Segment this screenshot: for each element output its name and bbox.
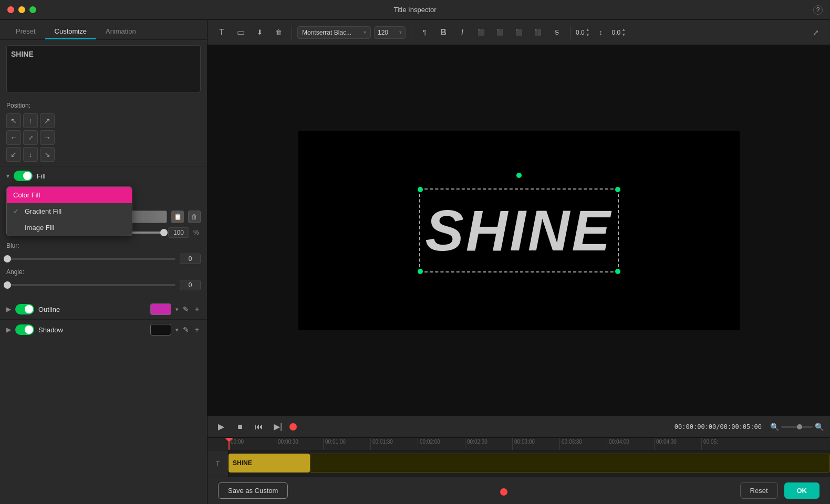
fill-chevron-icon[interactable]: ▾ <box>6 172 9 180</box>
ruler-mark-9: 00:04:30 <box>654 438 701 450</box>
zoom-in-icon[interactable]: 🔍 <box>815 423 824 431</box>
play-button[interactable]: ▶ <box>214 419 229 434</box>
close-button[interactable] <box>7 6 14 13</box>
angle-value[interactable]: 0 <box>180 280 201 290</box>
font-size-selector[interactable]: 120 ▾ <box>374 26 406 39</box>
pos-bot-left[interactable]: ↙ <box>6 147 21 162</box>
track-clip-long[interactable] <box>310 454 830 472</box>
ruler-mark-10: 00:05: <box>701 438 749 450</box>
pos-mid-center[interactable]: ⤢ <box>23 130 38 145</box>
track-clip[interactable]: SHINE <box>229 454 310 472</box>
dropdown-item-gradient-fill[interactable]: ✓ Gradient Fill <box>7 203 132 219</box>
shadow-toggle[interactable] <box>15 324 34 335</box>
stop-button[interactable]: ■ <box>233 419 247 434</box>
outline-add-button[interactable]: ＋ <box>193 304 201 314</box>
record-button[interactable] <box>289 423 297 430</box>
align-left-button[interactable]: ⬛ <box>473 25 489 40</box>
reset-button[interactable]: Reset <box>740 482 778 499</box>
fill-toggle[interactable] <box>14 171 33 181</box>
zoom-slider[interactable] <box>781 426 813 428</box>
pos-bot-right[interactable]: ↘ <box>40 147 55 162</box>
tab-preset[interactable]: Preset <box>6 24 45 39</box>
pos-top-right[interactable]: ↗ <box>40 113 55 128</box>
outline-color-swatch[interactable] <box>150 303 171 315</box>
tracking-down-icon[interactable]: ▼ <box>586 33 590 37</box>
align-right-button[interactable]: ⬛ <box>511 25 527 40</box>
dropdown-item-color-fill[interactable]: Color Fill <box>7 187 132 203</box>
panel-scroll: SHINE Position: ↖ ↑ ↗ ← ⤢ → ↙ ↓ ↘ <box>0 40 207 504</box>
delete-button[interactable]: 🗑 <box>271 25 286 40</box>
text-preview-area: SHINE <box>6 45 201 92</box>
fill-section: ▾ Fill Color Fill ✓ Gradient Fill <box>0 166 207 299</box>
right-area: T ▭ ⬇ 🗑 Montserrat Blac... ▾ 120 ▾ ¶ B I… <box>208 20 830 504</box>
timeline-controls: ▶ ■ ⏮ ▶| 00:00:00:00/00:00:05:00 🔍 🔍 <box>208 416 830 438</box>
line-height-up-icon[interactable]: ▲ <box>621 27 626 32</box>
handle-br[interactable] <box>615 269 620 274</box>
font-selector[interactable]: Montserrat Blac... ▾ <box>297 26 371 39</box>
line-height-spinner[interactable]: ▲ ▼ <box>621 27 626 37</box>
paragraph-left-button[interactable]: ¶ <box>417 25 432 40</box>
shadow-eyedropper-button[interactable]: ✎ <box>183 326 189 334</box>
toolbar-divider-1 <box>292 26 292 39</box>
maximize-button[interactable] <box>29 6 36 13</box>
handle-bl[interactable] <box>418 269 423 274</box>
fill-header: ▾ Fill <box>6 171 201 181</box>
tab-customize[interactable]: Customize <box>45 24 96 39</box>
pos-bot-center[interactable]: ↓ <box>23 147 38 162</box>
align-justify-button[interactable]: ⬛ <box>530 25 546 40</box>
dropdown-item-image-fill[interactable]: Image Fill <box>7 219 132 236</box>
opacity-value[interactable]: 100 <box>168 227 189 238</box>
titlebar: Title Inspector ? <box>0 0 830 20</box>
handle-top-center[interactable] <box>516 173 522 178</box>
line-height-button[interactable]: ↕ <box>593 25 609 40</box>
pos-top-center[interactable]: ↑ <box>23 113 38 128</box>
shadow-chevron-icon[interactable]: ▶ <box>6 326 11 333</box>
handle-tr[interactable] <box>615 187 620 192</box>
italic-button[interactable]: I <box>454 25 470 40</box>
align-center-button[interactable]: ⬛ <box>492 25 508 40</box>
save-as-custom-button[interactable]: Save as Custom <box>218 482 288 499</box>
ruler-mark-5: 00:02:30 <box>465 438 512 450</box>
gradient-delete-icon[interactable]: 🗑 <box>188 211 201 223</box>
outline-eyedropper-button[interactable]: ✎ <box>183 305 189 313</box>
outline-chevron-icon[interactable]: ▶ <box>6 306 11 313</box>
gradient-copy-icon[interactable]: 📋 <box>171 211 184 223</box>
minimize-button[interactable] <box>18 6 25 13</box>
outline-swatch-chevron-icon[interactable]: ▾ <box>175 306 179 313</box>
blur-value[interactable]: 0 <box>180 254 201 264</box>
shadow-add-button[interactable]: ＋ <box>193 325 201 334</box>
playhead[interactable] <box>229 438 230 450</box>
help-button[interactable]: ? <box>813 5 823 15</box>
shadow-color-swatch[interactable] <box>150 324 171 335</box>
position-label: Position: <box>6 102 201 109</box>
selection-box: SHINE <box>419 188 619 272</box>
tracking-value: 0.0 <box>576 29 585 36</box>
tracking-up-icon[interactable]: ▲ <box>586 27 590 32</box>
blur-slider[interactable] <box>6 258 175 260</box>
timeline-area: ▶ ■ ⏮ ▶| 00:00:00:00/00:00:05:00 🔍 🔍 <box>208 415 830 477</box>
frame-tool-button[interactable]: ▭ <box>233 25 248 40</box>
pos-mid-left[interactable]: ← <box>6 130 21 145</box>
outline-toggle[interactable] <box>15 304 34 314</box>
angle-slider[interactable] <box>6 284 175 286</box>
tracking-spinner[interactable]: ▲ ▼ <box>586 27 590 37</box>
zoom-out-icon[interactable]: 🔍 <box>770 423 779 431</box>
fit-to-canvas-button[interactable]: ⤢ <box>808 25 824 40</box>
font-dropdown-icon: ▾ <box>364 29 366 35</box>
pos-top-left[interactable]: ↖ <box>6 113 21 128</box>
pos-mid-right[interactable]: → <box>40 130 55 145</box>
handle-tl[interactable] <box>418 187 423 192</box>
line-height-down-icon[interactable]: ▼ <box>621 33 626 37</box>
import-button[interactable]: ⬇ <box>252 25 267 40</box>
blur-label: Blur: <box>6 242 201 249</box>
shadow-swatch-chevron-icon[interactable]: ▾ <box>175 327 179 333</box>
ok-button[interactable]: OK <box>784 482 820 499</box>
tab-animation[interactable]: Animation <box>96 24 146 39</box>
ruler-mark-2: 00:01:00 <box>323 438 370 450</box>
play-selection-button[interactable]: ▶| <box>271 419 285 434</box>
text-tool-button[interactable]: T <box>214 25 230 40</box>
step-back-button[interactable]: ⏮ <box>252 419 266 434</box>
toolbar-divider-3 <box>570 26 570 39</box>
bold-button[interactable]: B <box>435 25 451 40</box>
strikethrough-button[interactable]: S <box>549 25 565 40</box>
